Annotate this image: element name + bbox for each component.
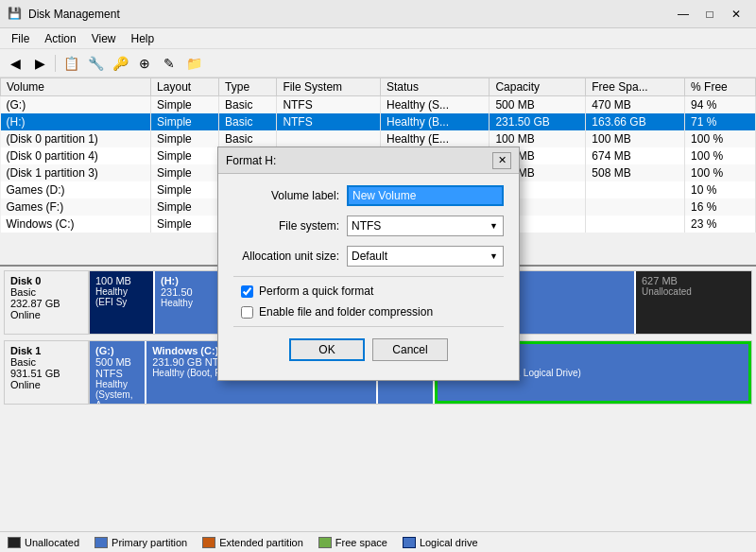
title-bar: 💾 Disk Management — □ ✕	[0, 0, 756, 28]
disk-0-name: Disk 0	[10, 275, 82, 286]
table-cell: Simple	[151, 216, 219, 233]
disk-0-part-unalloc[interactable]: 627 MB Unallocated	[636, 271, 751, 334]
table-cell: (G:)	[1, 96, 151, 114]
legend-unallocated: Unallocated	[8, 537, 79, 548]
toolbar-key[interactable]: 🔑	[109, 53, 131, 74]
col-filesystem[interactable]: File System	[277, 78, 381, 96]
toolbar-format[interactable]: 🔧	[84, 53, 107, 74]
dialog-buttons: OK Cancel	[233, 335, 504, 369]
table-row[interactable]: (Disk 0 partition 1)SimpleBasicHealthy (…	[1, 130, 756, 147]
table-cell: NTFS	[277, 113, 381, 130]
format-dialog: Format H: ✕ Volume label: File system: N…	[217, 147, 520, 381]
app-icon: 💾	[8, 7, 23, 22]
table-cell: 500 MB	[490, 96, 586, 114]
table-row[interactable]: (G:)SimpleBasicNTFSHealthy (S...500 MB47…	[1, 96, 756, 114]
table-cell: Games (D:)	[1, 181, 151, 198]
allocation-wrap: Default 512 1024 2048 4096	[347, 246, 504, 267]
table-cell: 470 MB	[586, 96, 685, 114]
table-cell: 100 %	[685, 147, 756, 164]
col-status[interactable]: Status	[380, 78, 489, 96]
table-cell: 231.50 GB	[490, 113, 586, 130]
legend-logical: Logical drive	[403, 537, 478, 548]
dialog-divider-2	[233, 326, 504, 327]
table-cell: (Disk 0 partition 4)	[1, 147, 151, 164]
disk-1-type: Basic	[10, 356, 82, 368]
table-cell: (H:)	[1, 113, 151, 130]
disk-1-info: Disk 1 Basic 931.51 GB Online	[4, 340, 89, 405]
legend-logical-label: Logical drive	[420, 537, 478, 548]
table-cell: 163.66 GB	[586, 113, 685, 130]
file-system-row: File system: NTFS FAT32 exFAT	[233, 216, 504, 236]
table-cell: (Disk 1 partition 3)	[1, 164, 151, 181]
table-cell: 100 MB	[586, 130, 685, 147]
disk-0-part-0[interactable]: 100 MB Healthy (EFI Sy	[90, 271, 155, 334]
menu-view[interactable]: View	[84, 30, 124, 47]
compression-label: Enable file and folder compression	[259, 305, 433, 319]
table-cell	[586, 216, 685, 233]
table-cell: NTFS	[277, 96, 381, 114]
close-button[interactable]: ✕	[724, 5, 748, 24]
compression-checkbox[interactable]	[241, 306, 253, 319]
toolbar: ◀ ▶ 📋 🔧 🔑 ⊕ ✎ 📁	[0, 49, 756, 78]
table-cell: Simple	[151, 181, 219, 198]
table-cell: Games (F:)	[1, 198, 151, 216]
dialog-close-button[interactable]: ✕	[492, 152, 511, 169]
table-row[interactable]: (H:)SimpleBasicNTFSHealthy (B...231.50 G…	[1, 113, 756, 130]
quick-format-row[interactable]: Perform a quick format	[233, 285, 504, 298]
col-volume[interactable]: Volume	[1, 78, 151, 96]
dialog-title: Format H:	[226, 154, 492, 167]
table-cell: Healthy (E...	[380, 130, 489, 147]
table-cell	[586, 198, 685, 216]
legend-logical-box	[403, 537, 416, 548]
legend-primary: Primary partition	[94, 537, 187, 548]
file-system-select[interactable]: NTFS FAT32 exFAT	[347, 216, 504, 236]
table-cell: (Disk 0 partition 1)	[1, 130, 151, 147]
allocation-select[interactable]: Default 512 1024 2048 4096	[347, 246, 504, 267]
table-header-row: Volume Layout Type File System Status Ca…	[1, 78, 756, 96]
menu-action[interactable]: Action	[37, 30, 83, 47]
volume-label-input[interactable]	[347, 185, 504, 206]
dialog-ok-button[interactable]: OK	[289, 338, 365, 361]
legend-unallocated-label: Unallocated	[25, 537, 79, 548]
table-cell: Basic	[219, 130, 277, 147]
quick-format-label: Perform a quick format	[259, 285, 373, 298]
volume-label-row: Volume label:	[233, 185, 504, 206]
table-cell: 508 MB	[586, 164, 685, 181]
col-capacity[interactable]: Capacity	[490, 78, 586, 96]
volume-label-wrap	[347, 185, 504, 206]
maximize-button[interactable]: □	[697, 5, 722, 24]
table-cell: 23 %	[685, 216, 756, 233]
menu-file[interactable]: File	[4, 30, 37, 47]
disk-1-name: Disk 1	[10, 345, 82, 356]
col-layout[interactable]: Layout	[151, 78, 219, 96]
dialog-title-bar[interactable]: Format H: ✕	[218, 147, 519, 174]
dialog-cancel-button[interactable]: Cancel	[372, 338, 448, 361]
table-cell: Simple	[151, 164, 219, 181]
toolbar-edit[interactable]: ✎	[158, 53, 180, 74]
table-cell: 94 %	[685, 96, 756, 114]
compression-row[interactable]: Enable file and folder compression	[233, 305, 504, 319]
window-controls: — □ ✕	[671, 5, 748, 24]
legend-extended: Extended partition	[202, 537, 303, 548]
col-pct[interactable]: % Free	[685, 78, 756, 96]
toolbar-forward[interactable]: ▶	[28, 53, 51, 74]
toolbar-back[interactable]: ◀	[4, 53, 26, 74]
toolbar-add[interactable]: ⊕	[133, 53, 156, 74]
minimize-button[interactable]: —	[671, 5, 696, 24]
allocation-label: Allocation unit size:	[233, 250, 347, 263]
disk-0-size: 232.87 GB	[10, 298, 82, 309]
window-title: Disk Management	[28, 8, 671, 21]
quick-format-checkbox[interactable]	[241, 285, 253, 298]
col-type[interactable]: Type	[219, 78, 277, 96]
disk-1-part-g[interactable]: (G:) 500 MB NTFS Healthy (System, A	[90, 341, 146, 404]
col-free[interactable]: Free Spa...	[586, 78, 685, 96]
table-cell	[277, 130, 381, 147]
table-cell: Basic	[219, 96, 277, 114]
legend-unallocated-box	[8, 537, 21, 548]
dialog-body: Volume label: File system: NTFS FAT32 ex…	[218, 174, 519, 380]
table-cell: Simple	[151, 113, 219, 130]
toolbar-folder[interactable]: 📁	[182, 53, 205, 74]
toolbar-properties[interactable]: 📋	[60, 53, 82, 74]
table-cell: Healthy (S...	[380, 96, 489, 114]
menu-help[interactable]: Help	[124, 30, 163, 47]
